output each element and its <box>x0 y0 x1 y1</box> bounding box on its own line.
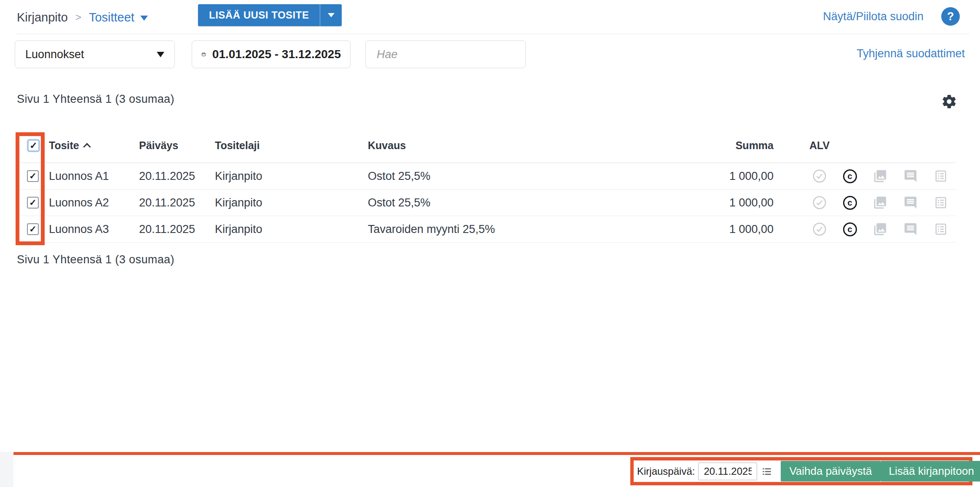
column-label: Tosite <box>49 139 79 152</box>
table-row[interactable]: ✓ Luonnos A1 20.11.2025 Kirjanpito Ostot… <box>17 163 956 190</box>
calendar-icon <box>201 48 206 61</box>
details-list-icon[interactable] <box>926 222 956 236</box>
attachment-image-icon[interactable] <box>865 195 895 210</box>
footer-gutter <box>0 452 13 487</box>
cell-tositelaji: Kirjanpito <box>215 170 368 183</box>
result-summary-bottom: Sivu 1 Yhteensä 1 (3 osumaa) <box>17 253 174 266</box>
copy-icon[interactable]: c <box>835 222 865 236</box>
date-range-picker[interactable]: 01.01.2025 - 31.12.2025 <box>192 40 351 68</box>
attachment-image-icon[interactable] <box>865 169 895 183</box>
row-checkbox[interactable]: ✓ <box>27 223 39 235</box>
row-checkbox[interactable]: ✓ <box>27 197 39 209</box>
cell-kuvaus: Ostot 25,5% <box>368 170 699 183</box>
change-date-button[interactable]: Vaihda päiväystä <box>781 461 880 482</box>
cell-kuvaus: Tavaroiden myynti 25,5% <box>368 223 699 236</box>
copy-glyph: c <box>843 222 857 236</box>
status-filter-dropdown[interactable]: Luonnokset <box>15 40 175 68</box>
add-to-accounting-button[interactable]: Lisää kirjanpitoon <box>881 461 980 482</box>
cell-tosite: Luonnos A1 <box>49 170 139 183</box>
help-icon[interactable]: ? <box>941 7 960 26</box>
column-header-paivays[interactable]: Päiväys <box>139 139 215 152</box>
vouchers-page: Kirjanpito > Tositteet LISÄÄ UUSI TOSITE… <box>0 0 980 487</box>
chevron-down-icon <box>328 13 335 17</box>
cell-tositelaji: Kirjanpito <box>215 223 368 236</box>
footer-top-line <box>13 452 980 455</box>
booking-date-label: Kirjauspäivä: <box>637 466 695 477</box>
copy-icon[interactable]: c <box>835 196 865 210</box>
column-header-alv[interactable]: ALV <box>804 139 835 152</box>
add-voucher-button[interactable]: LISÄÄ UUSI TOSITE <box>198 4 320 26</box>
comment-icon[interactable] <box>895 169 926 183</box>
cell-paivays: 20.11.2025 <box>139 170 215 183</box>
column-header-kuvaus[interactable]: Kuvaus <box>368 139 699 152</box>
table-body: ✓ Luonnos A1 20.11.2025 Kirjanpito Ostot… <box>17 163 956 243</box>
column-header-tositelaji[interactable]: Tositelaji <box>215 139 368 152</box>
cell-paivays: 20.11.2025 <box>139 223 215 236</box>
breadcrumb-root[interactable]: Kirjanpito <box>17 11 68 24</box>
add-voucher-split-button: LISÄÄ UUSI TOSITE <box>198 4 342 26</box>
footer-action-bar-highlight: Kirjauspäivä: Vaihda päiväystä Lisää kir… <box>630 457 972 485</box>
topbar-right: Näytä/Piilota suodin ? <box>823 6 960 27</box>
breadcrumb-current-label: Tositteet <box>89 11 134 24</box>
table-row[interactable]: ✓ Luonnos A3 20.11.2025 Kirjanpito Tavar… <box>17 216 956 243</box>
approved-check-circle-icon[interactable] <box>804 195 835 210</box>
sort-asc-icon <box>83 143 91 150</box>
cell-summa: 1 000,00 <box>699 223 774 236</box>
cell-tosite: Luonnos A2 <box>49 196 139 209</box>
clear-filters-link[interactable]: Tyhjennä suodattimet <box>857 47 965 60</box>
booking-date-input[interactable] <box>698 463 757 480</box>
cell-tosite: Luonnos A3 <box>49 223 139 236</box>
comment-icon[interactable] <box>895 195 926 210</box>
approved-check-circle-icon[interactable] <box>804 222 835 236</box>
top-divider <box>17 34 969 34</box>
cell-paivays: 20.11.2025 <box>139 196 215 209</box>
breadcrumb-separator: > <box>75 11 81 23</box>
copy-icon[interactable]: c <box>835 169 865 183</box>
details-list-icon[interactable] <box>926 169 956 183</box>
add-voucher-dropdown-button[interactable] <box>320 4 342 26</box>
result-summary-top: Sivu 1 Yhteensä 1 (3 osumaa) <box>17 93 174 106</box>
toggle-filter-link[interactable]: Näytä/Piilota suodin <box>823 10 924 23</box>
copy-glyph: c <box>843 196 857 210</box>
date-range-value: 01.01.2025 - 31.12.2025 <box>212 48 341 61</box>
date-options-icon[interactable] <box>761 466 772 477</box>
details-list-icon[interactable] <box>926 195 956 210</box>
cell-summa: 1 000,00 <box>699 170 774 183</box>
cell-tositelaji: Kirjanpito <box>215 196 368 209</box>
search-box <box>365 40 526 68</box>
column-header-tosite[interactable]: Tosite <box>49 139 139 152</box>
approved-check-circle-icon[interactable] <box>804 169 835 183</box>
table-row[interactable]: ✓ Luonnos A2 20.11.2025 Kirjanpito Ostot… <box>17 190 956 216</box>
column-header-summa[interactable]: Summa <box>699 139 774 152</box>
chevron-down-icon <box>140 16 148 21</box>
cell-summa: 1 000,00 <box>699 196 774 209</box>
breadcrumb-current-dropdown[interactable]: Tositteet <box>89 11 148 24</box>
breadcrumb: Kirjanpito > Tositteet <box>17 7 148 28</box>
search-input[interactable] <box>366 41 525 68</box>
gear-icon[interactable] <box>941 94 957 110</box>
attachment-image-icon[interactable] <box>865 222 895 236</box>
table-header: ✓ Tosite Päiväys Tositelaji Kuvaus Summa… <box>17 128 956 163</box>
status-filter-value: Luonnokset <box>25 48 84 61</box>
comment-icon[interactable] <box>895 222 926 236</box>
select-all-checkbox[interactable]: ✓ <box>27 139 40 152</box>
copy-glyph: c <box>843 169 857 183</box>
row-checkbox[interactable]: ✓ <box>27 170 39 182</box>
dropdown-arrow-icon <box>157 52 164 57</box>
cell-kuvaus: Ostot 25,5% <box>368 196 699 209</box>
